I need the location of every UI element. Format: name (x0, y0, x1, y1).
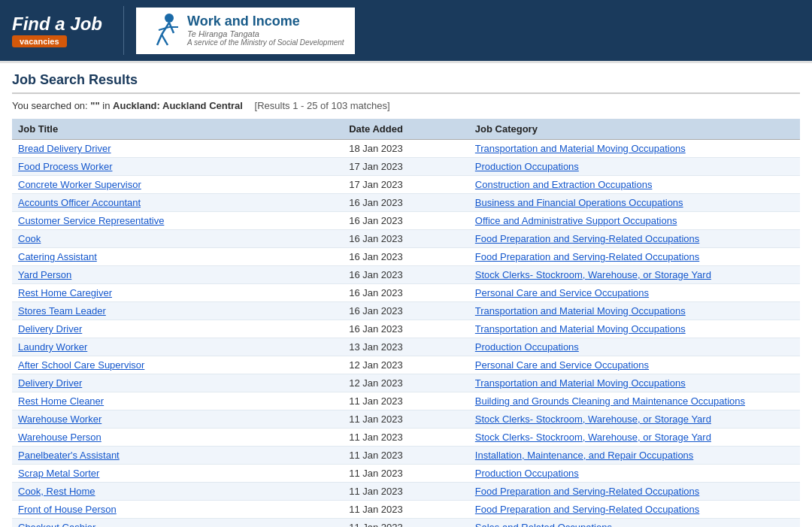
job-category-link[interactable]: Transportation and Material Moving Occup… (475, 377, 686, 389)
job-title-cell[interactable]: Checkout Cashier (12, 519, 343, 528)
job-title-cell[interactable]: Rest Home Caregiver (12, 284, 343, 302)
job-category-link[interactable]: Food Preparation and Serving-Related Occ… (475, 251, 699, 262)
job-title-link[interactable]: Cook (18, 233, 41, 244)
date-added-cell: 18 Jan 2023 (343, 140, 469, 158)
job-title-cell[interactable]: Front of House Person (12, 501, 343, 519)
job-title-link[interactable]: Cook, Rest Home (18, 486, 95, 497)
job-title-cell[interactable]: Cook, Rest Home (12, 483, 343, 501)
job-title-link[interactable]: Delivery Driver (18, 377, 82, 389)
job-category-link[interactable]: Stock Clerks- Stockroom, Warehouse, or S… (475, 432, 711, 443)
job-category-cell[interactable]: Office and Administrative Support Occupa… (469, 212, 800, 230)
job-category-link[interactable]: Installation, Maintenance, and Repair Oc… (475, 450, 694, 461)
job-title-link[interactable]: Food Process Worker (18, 161, 112, 172)
date-added-cell: 11 Jan 2023 (343, 501, 469, 519)
job-category-link[interactable]: Production Occupations (475, 161, 579, 172)
job-category-link[interactable]: Production Occupations (475, 468, 579, 479)
job-title-link[interactable]: Catering Assistant (18, 251, 97, 262)
job-title-link[interactable]: Delivery Driver (18, 323, 82, 335)
job-title-link[interactable]: Yard Person (18, 269, 71, 280)
job-category-cell[interactable]: Personal Care and Service Occupations (469, 356, 800, 374)
job-category-cell[interactable]: Stock Clerks- Stockroom, Warehouse, or S… (469, 410, 800, 429)
job-title-link[interactable]: Checkout Cashier (18, 522, 95, 527)
job-title-cell[interactable]: Bread Delivery Driver (12, 140, 343, 158)
job-category-link[interactable]: Business and Financial Operations Occupa… (475, 197, 683, 208)
job-category-cell[interactable]: Transportation and Material Moving Occup… (469, 320, 800, 338)
job-category-cell[interactable]: Transportation and Material Moving Occup… (469, 302, 800, 320)
job-title-link[interactable]: Warehouse Person (18, 432, 102, 443)
job-title-link[interactable]: Concrete Worker Supervisor (18, 179, 141, 190)
job-category-link[interactable]: Building and Grounds Cleaning and Mainte… (475, 395, 745, 407)
job-title-cell[interactable]: Delivery Driver (12, 320, 343, 338)
job-title-link[interactable]: After School Care Supervisor (18, 359, 144, 371)
job-title-link[interactable]: Warehouse Worker (18, 413, 102, 425)
date-added-cell: 16 Jan 2023 (343, 266, 469, 284)
job-category-link[interactable]: Stock Clerks- Stockroom, Warehouse, or S… (475, 413, 711, 425)
job-title-cell[interactable]: Accounts Officer Accountant (12, 194, 343, 212)
job-category-cell[interactable]: Personal Care and Service Occupations (469, 284, 800, 302)
job-title-link[interactable]: Front of House Person (18, 504, 117, 515)
job-category-link[interactable]: Transportation and Material Moving Occup… (475, 323, 686, 335)
job-title-cell[interactable]: Concrete Worker Supervisor (12, 176, 343, 194)
job-category-link[interactable]: Personal Care and Service Occupations (475, 359, 649, 371)
job-category-link[interactable]: Stock Clerks- Stockroom, Warehouse, or S… (475, 269, 711, 280)
header-separator (123, 6, 124, 55)
job-title-cell[interactable]: Food Process Worker (12, 158, 343, 176)
job-title-link[interactable]: Scrap Metal Sorter (18, 468, 99, 479)
job-title-cell[interactable]: Scrap Metal Sorter (12, 465, 343, 483)
job-title-cell[interactable]: Customer Service Representative (12, 212, 343, 230)
content-area: Job Search Results You searched on: "" i… (0, 61, 812, 527)
job-category-link[interactable]: Sales and Related Occupations (475, 522, 612, 527)
job-title-link[interactable]: Laundry Worker (18, 341, 87, 353)
job-category-cell[interactable]: Transportation and Material Moving Occup… (469, 374, 800, 392)
job-category-cell[interactable]: Transportation and Material Moving Occup… (469, 140, 800, 158)
job-category-link[interactable]: Personal Care and Service Occupations (475, 287, 649, 298)
table-row: Rest Home Caregiver16 Jan 2023Personal C… (12, 284, 800, 302)
job-category-cell[interactable]: Food Preparation and Serving-Related Occ… (469, 483, 800, 501)
job-category-cell[interactable]: Installation, Maintenance, and Repair Oc… (469, 447, 800, 465)
job-category-cell[interactable]: Building and Grounds Cleaning and Mainte… (469, 392, 800, 410)
job-title-cell[interactable]: Stores Team Leader (12, 302, 343, 320)
job-title-cell[interactable]: Laundry Worker (12, 338, 343, 356)
job-title-cell[interactable]: Rest Home Cleaner (12, 392, 343, 410)
job-title-cell[interactable]: Warehouse Worker (12, 410, 343, 429)
job-category-cell[interactable]: Food Preparation and Serving-Related Occ… (469, 248, 800, 266)
table-row: Laundry Worker13 Jan 2023Production Occu… (12, 338, 800, 356)
job-category-cell[interactable]: Business and Financial Operations Occupa… (469, 194, 800, 212)
page-title: Job Search Results (12, 72, 800, 94)
job-category-cell[interactable]: Food Preparation and Serving-Related Occ… (469, 230, 800, 248)
job-title-cell[interactable]: Delivery Driver (12, 374, 343, 392)
job-title-link[interactable]: Stores Team Leader (18, 305, 106, 317)
job-category-link[interactable]: Construction and Extraction Occupations (475, 179, 653, 190)
job-title-cell[interactable]: Panelbeater's Assistant (12, 447, 343, 465)
job-title-link[interactable]: Bread Delivery Driver (18, 143, 111, 154)
job-category-cell[interactable]: Construction and Extraction Occupations (469, 176, 800, 194)
job-category-cell[interactable]: Production Occupations (469, 158, 800, 176)
job-category-cell[interactable]: Food Preparation and Serving-Related Occ… (469, 501, 800, 519)
job-title-link[interactable]: Rest Home Cleaner (18, 395, 104, 407)
job-category-link[interactable]: Production Occupations (475, 341, 579, 353)
date-added-cell: 11 Jan 2023 (343, 465, 469, 483)
job-category-link[interactable]: Transportation and Material Moving Occup… (475, 305, 686, 317)
job-title-link[interactable]: Panelbeater's Assistant (18, 450, 120, 461)
job-title-link[interactable]: Rest Home Caregiver (18, 287, 112, 298)
job-category-cell[interactable]: Stock Clerks- Stockroom, Warehouse, or S… (469, 429, 800, 447)
job-category-link[interactable]: Office and Administrative Support Occupa… (475, 215, 677, 226)
job-title-link[interactable]: Customer Service Representative (18, 215, 164, 226)
job-category-cell[interactable]: Production Occupations (469, 338, 800, 356)
job-title-cell[interactable]: After School Care Supervisor (12, 356, 343, 374)
job-title-cell[interactable]: Cook (12, 230, 343, 248)
date-added-cell: 16 Jan 2023 (343, 284, 469, 302)
table-row: Panelbeater's Assistant11 Jan 2023Instal… (12, 447, 800, 465)
job-category-cell[interactable]: Sales and Related Occupations (469, 519, 800, 528)
job-title-cell[interactable]: Yard Person (12, 266, 343, 284)
table-row: Cook, Rest Home11 Jan 2023Food Preparati… (12, 483, 800, 501)
job-category-cell[interactable]: Production Occupations (469, 465, 800, 483)
job-title-link[interactable]: Accounts Officer Accountant (18, 197, 141, 208)
job-category-link[interactable]: Food Preparation and Serving-Related Occ… (475, 486, 699, 497)
job-title-cell[interactable]: Warehouse Person (12, 429, 343, 447)
job-category-cell[interactable]: Stock Clerks- Stockroom, Warehouse, or S… (469, 266, 800, 284)
job-title-cell[interactable]: Catering Assistant (12, 248, 343, 266)
job-category-link[interactable]: Food Preparation and Serving-Related Occ… (475, 233, 699, 244)
job-category-link[interactable]: Transportation and Material Moving Occup… (475, 143, 686, 154)
job-category-link[interactable]: Food Preparation and Serving-Related Occ… (475, 504, 699, 515)
